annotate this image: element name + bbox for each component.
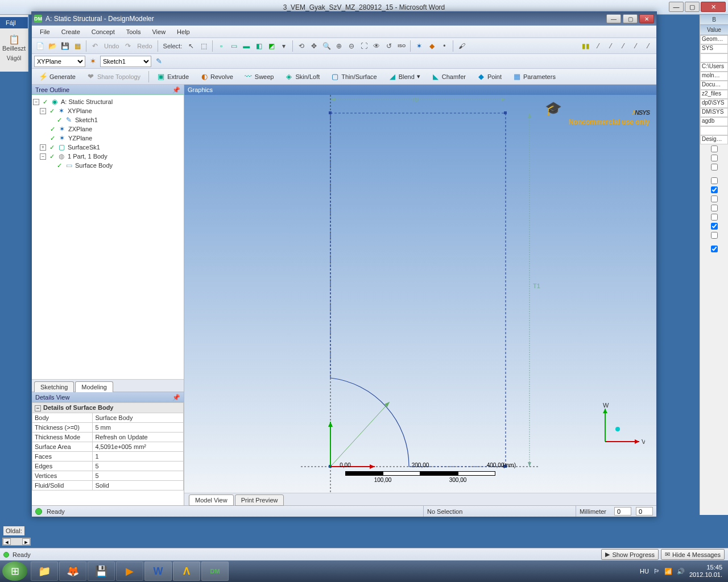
system-tray[interactable]: HU 🏳 📶 🔊 15:45 2012.10.01. — [640, 564, 726, 579]
redo-icon[interactable]: ↷ — [122, 40, 134, 52]
taskbar-notepad[interactable]: 💾 — [88, 562, 115, 581]
tray-clock[interactable]: 15:45 2012.10.01. — [689, 564, 722, 579]
point-tool-icon[interactable]: • — [439, 40, 450, 52]
pin-icon[interactable]: 📌 — [172, 392, 180, 402]
sweep-button[interactable]: 〰Sweep — [239, 70, 279, 83]
tray-network-icon[interactable]: 📶 — [664, 568, 672, 575]
tree-surfacesk1[interactable]: SurfaceSk1 — [68, 144, 100, 151]
prev-view-icon[interactable]: ↺ — [383, 40, 395, 52]
props-checkbox[interactable] — [700, 144, 728, 153]
tab-model-view[interactable]: Model View — [189, 494, 234, 506]
filter-all-icon[interactable]: ◩ — [266, 40, 277, 52]
share-topology-button[interactable]: ❤Share Topology — [82, 70, 146, 83]
props-checkbox[interactable] — [700, 194, 728, 203]
taskbar-word[interactable]: W — [144, 562, 172, 581]
edge-color2-icon[interactable]: ⁄ — [605, 40, 617, 52]
tree-yzplane[interactable]: YZPlane — [68, 135, 92, 142]
word-paste-button[interactable]: 📋Beilleszt — [0, 34, 28, 52]
view-triad[interactable]: V W — [594, 402, 645, 453]
iso-view-icon[interactable]: ISO — [396, 40, 407, 52]
undo-label[interactable]: Undo — [102, 43, 121, 49]
export-icon[interactable]: ▦ — [72, 40, 83, 52]
look-at-icon[interactable]: 👁 — [371, 40, 382, 52]
extend-sel-icon[interactable]: ▾ — [278, 40, 289, 52]
parameters-button[interactable]: ▦Parameters — [508, 70, 561, 83]
redo-label[interactable]: Redo — [135, 43, 154, 49]
skin-loft-button[interactable]: ◈Skin/Loft — [280, 70, 325, 83]
props-checkbox[interactable] — [700, 153, 728, 163]
body-icon[interactable]: ◆ — [426, 40, 437, 52]
display-icon[interactable]: ▮▮ — [580, 40, 592, 52]
select-arrow-icon[interactable]: ↖ — [185, 40, 197, 52]
menu-file[interactable]: File — [35, 27, 55, 36]
extrude-button[interactable]: ▣Extrude — [152, 70, 194, 83]
tab-print-preview[interactable]: Print Preview — [235, 494, 284, 506]
status-field-2[interactable] — [636, 507, 653, 516]
zoom-out-icon[interactable]: ⊖ — [346, 40, 357, 52]
show-progress-button[interactable]: ▶Show Progress — [601, 549, 659, 560]
menu-tools[interactable]: Tools — [122, 27, 146, 36]
edge-color4-icon[interactable]: ⁄ — [630, 40, 642, 52]
menu-concept[interactable]: Concept — [87, 27, 119, 36]
thin-surface-button[interactable]: ▢Thin/Surface — [326, 70, 382, 83]
tree-surfacebody[interactable]: Surface Body — [75, 162, 113, 169]
edge-color5-icon[interactable]: ⁄ — [643, 40, 654, 52]
chamfer-button[interactable]: ◣Chamfer — [427, 70, 471, 83]
word-minimize-button[interactable]: — — [669, 2, 684, 12]
tree-outline[interactable]: −✓◉A: Static Structural −✓✶XYPlane ✓✎Ske… — [32, 95, 184, 379]
rotate-icon[interactable]: ⟲ — [296, 40, 307, 52]
details-grid[interactable]: −Details of Surface Body BodySurface Bod… — [32, 402, 184, 505]
filter-face-icon[interactable]: ▬ — [241, 40, 252, 52]
tree-zxplane[interactable]: ZXPlane — [68, 126, 92, 132]
props-checkbox[interactable] — [700, 185, 728, 194]
filter-point-icon[interactable]: ▫ — [216, 40, 227, 52]
edge-color3-icon[interactable]: ⁄ — [618, 40, 629, 52]
graphics-viewport[interactable]: 🎓 /\NSYS Noncommercial use only T0 T1 — [184, 95, 656, 493]
dm-titlebar[interactable]: DM A: Static Structural - DesignModeler … — [32, 12, 656, 26]
start-button[interactable] — [2, 562, 27, 581]
save-icon[interactable]: 💾 — [59, 40, 71, 52]
zoom-box-icon[interactable]: 🔍 — [321, 40, 332, 52]
word-hscroll[interactable]: ◄► — [2, 538, 31, 546]
taskbar-dm[interactable]: DM — [201, 562, 229, 581]
hide-messages-button[interactable]: ✉Hide 4 Messages — [661, 549, 725, 560]
tray-lang[interactable]: HU — [640, 568, 649, 575]
tray-volume-icon[interactable]: 🔊 — [677, 568, 685, 575]
dm-close-button[interactable]: ✕ — [639, 14, 654, 23]
tree-sketch1[interactable]: Sketch1 — [75, 117, 98, 123]
filter-edge-icon[interactable]: ▭ — [228, 40, 239, 52]
filter-body-icon[interactable]: ◧ — [253, 40, 264, 52]
select-box-icon[interactable]: ⬚ — [198, 40, 209, 52]
sketch-select[interactable]: Sketch1 — [100, 56, 151, 67]
plane-select[interactable]: XYPlane — [34, 56, 85, 67]
props-checkbox[interactable] — [700, 213, 728, 222]
dm-maximize-button[interactable]: ▢ — [623, 14, 638, 23]
tray-flag-icon[interactable]: 🏳 — [653, 568, 660, 575]
pan-icon[interactable]: ✥ — [308, 40, 320, 52]
props-checkbox[interactable] — [700, 231, 728, 240]
tree-xyplane[interactable]: XYPlane — [68, 107, 92, 114]
word-file-tab[interactable]: Fájl — [0, 17, 28, 28]
word-maximize-button[interactable]: ▢ — [685, 2, 700, 12]
tree-root[interactable]: A: Static Structural — [61, 98, 113, 105]
taskbar-explorer[interactable]: 📁 — [31, 562, 58, 581]
new-plane-icon[interactable]: ✶ — [88, 56, 98, 66]
tab-modeling[interactable]: Modeling — [75, 381, 113, 392]
menu-view[interactable]: View — [147, 27, 170, 36]
paint-icon[interactable]: 🖌 — [456, 40, 468, 52]
status-field-1[interactable] — [614, 507, 631, 516]
open-icon[interactable]: 📂 — [47, 40, 58, 52]
props-checkbox[interactable] — [700, 222, 728, 231]
tree-part[interactable]: 1 Part, 1 Body — [68, 153, 107, 160]
taskbar-mediaplayer[interactable]: ▶ — [116, 562, 143, 581]
revolve-button[interactable]: ◐Revolve — [195, 70, 238, 83]
edge-color1-icon[interactable]: ⁄ — [593, 40, 604, 52]
pin-icon[interactable]: 📌 — [172, 85, 180, 95]
details-section[interactable]: Details of Surface Body — [43, 404, 113, 411]
menu-create[interactable]: Create — [57, 27, 85, 36]
props-checkbox[interactable] — [700, 163, 728, 172]
props-checkbox[interactable] — [700, 244, 728, 253]
new-icon[interactable]: 📄 — [34, 40, 46, 52]
taskbar-ansys[interactable]: Λ — [173, 562, 200, 581]
props-checkbox[interactable] — [700, 203, 728, 213]
